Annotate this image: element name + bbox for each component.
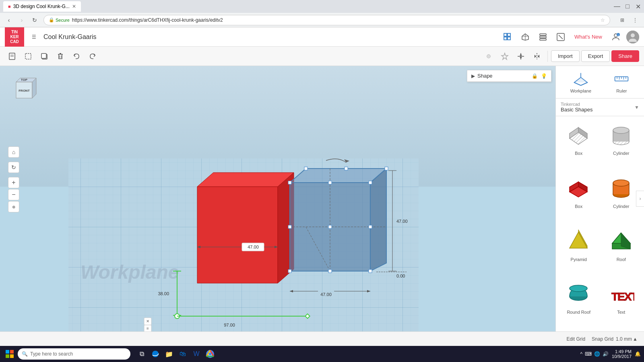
file-explorer-btn[interactable]: 📁 [163, 348, 175, 360]
workplane-btn[interactable]: Workplane [570, 71, 591, 93]
copy-btn[interactable] [37, 49, 52, 64]
delete-btn[interactable] [53, 49, 68, 64]
bookmark-icon[interactable]: ☆ [601, 17, 605, 23]
roof-green-icon [607, 227, 635, 255]
pyramid-yellow-icon [565, 227, 593, 255]
shape-box-gray[interactable]: Box [559, 119, 599, 169]
store-btn[interactable]: 🛍 [176, 348, 189, 360]
url-text: https://www.tinkercad.com/things/arC6dTH… [72, 17, 598, 23]
shape-roof-label: Roof [617, 257, 626, 262]
export-btn[interactable]: Export [581, 50, 610, 62]
shape-roof-green[interactable]: Roof [602, 226, 641, 276]
cut-btn[interactable] [21, 49, 35, 64]
word-btn[interactable]: W [190, 348, 203, 360]
redo-icon [89, 52, 97, 60]
back-btn[interactable]: ‹ [3, 14, 14, 26]
redo-btn[interactable] [85, 49, 100, 64]
refresh-btn[interactable]: ↻ [29, 14, 40, 26]
separator [547, 51, 548, 62]
mirror-btn[interactable] [530, 49, 544, 64]
forward-btn[interactable]: › [16, 14, 27, 26]
extensions-btn[interactable]: ⊞ [617, 14, 628, 26]
user-icon-btn[interactable]: + [609, 30, 623, 44]
snap-btn[interactable] [497, 49, 512, 64]
undo-btn[interactable] [69, 49, 84, 64]
secondary-toolbar: Import Export Share [0, 47, 644, 66]
tab-close-icon[interactable]: ✕ [72, 4, 76, 9]
main-content: Workplane TOP FRONT [0, 66, 644, 331]
svg-marker-33 [520, 57, 522, 59]
view-cube[interactable]: TOP FRONT [8, 74, 40, 110]
shape-box-red[interactable]: Box [559, 173, 599, 222]
edit-grid-btn[interactable]: Edit Grid [566, 336, 585, 342]
taskbar: 🔍 Type here to search ⧉ 📁 🛍 W [0, 346, 644, 362]
wp-ruler-section: Workplane [556, 66, 644, 99]
layers-icon [539, 33, 547, 41]
snap-grid: Snap Grid 1.0 mm ▲ [592, 336, 638, 342]
home-btn[interactable]: ⌂ [8, 146, 19, 158]
svg-rect-1 [508, 33, 510, 36]
svg-marker-127 [570, 232, 587, 248]
layers-btn[interactable] [536, 30, 550, 44]
new-btn[interactable] [5, 49, 19, 64]
url-bar[interactable]: 🔒 Secure https://www.tinkercad.com/thing… [43, 15, 610, 25]
network-icon: 🌐 [594, 351, 600, 357]
align-btn[interactable] [514, 49, 528, 64]
expand-shapes-btn[interactable]: › [636, 191, 644, 207]
svg-text:FRONT: FRONT [19, 89, 30, 93]
settings-icon [557, 33, 565, 41]
user-avatar[interactable] [626, 31, 639, 43]
mirror-icon [533, 52, 541, 60]
zoom-in-btn[interactable]: + [8, 177, 19, 188]
close-btn[interactable]: ✕ [635, 4, 641, 9]
fit-btn[interactable]: ⊕ [8, 201, 19, 212]
taskbar-right: ^ ⌨ 🌐 🔊 1:49 PM 10/9/2017 🔔 [580, 349, 641, 359]
start-btn[interactable] [3, 348, 16, 360]
app: TIN KER CAD ☰ Cool Krunk-Gaaris [0, 27, 644, 346]
light-btn[interactable] [481, 49, 496, 64]
whats-new-link[interactable]: What's New [571, 34, 605, 40]
toolbar-right: What's New + [500, 30, 639, 44]
minimize-btn[interactable]: — [614, 4, 620, 9]
taskbar-search[interactable]: 🔍 Type here to search [18, 348, 130, 360]
bottom-bar: Edit Grid Snap Grid 1.0 mm ▲ [0, 331, 644, 346]
chrome-btn[interactable] [204, 348, 217, 360]
lock-panel-icon[interactable]: 🔒 [532, 73, 538, 79]
snap-grid-value[interactable]: 1.0 mm ▲ [616, 336, 638, 342]
svg-point-142 [209, 353, 212, 356]
shape-text[interactable]: TEXT Text [602, 278, 641, 328]
chevron-up-icon[interactable]: ^ [580, 351, 582, 357]
task-view-btn[interactable]: ⧉ [135, 348, 148, 360]
settings-btn[interactable] [553, 30, 568, 44]
browser-tab[interactable]: ■ 3D design Cool Krunk-G... ✕ [3, 1, 81, 12]
share-btn[interactable]: Share [611, 50, 639, 62]
notification-icon[interactable]: 🔔 [635, 351, 641, 357]
user-icon: + [611, 32, 621, 42]
maximize-btn[interactable]: □ [625, 4, 630, 9]
info-panel-icon[interactable]: 💡 [541, 73, 547, 79]
shape-pyramid-yellow[interactable]: Pyramid [559, 226, 599, 276]
3d-view-btn[interactable] [518, 30, 533, 44]
keyboard-icon: ⌨ [585, 351, 592, 357]
shape-cylinder-orange[interactable]: Cylinder [602, 173, 641, 222]
menu-icon[interactable]: ☰ [27, 31, 40, 43]
date-display: 10/9/2017 [612, 354, 632, 359]
ruler-btn[interactable]: Ruler [613, 71, 630, 93]
cut-icon [24, 52, 32, 60]
menu-btn[interactable]: ⋮ [630, 14, 641, 26]
search-taskbar-placeholder: Type here to search [30, 351, 73, 357]
svg-text:+: + [617, 34, 619, 36]
edge-btn[interactable] [149, 348, 162, 360]
orbit-btn[interactable]: ↻ [8, 162, 19, 173]
import-btn[interactable]: Import [551, 50, 580, 62]
zoom-out-btn[interactable]: − [8, 189, 19, 200]
grid-view-btn[interactable] [500, 30, 515, 44]
taskbar-sys-icons: ^ ⌨ 🌐 🔊 [580, 351, 609, 357]
shape-cylinder-gray[interactable]: Cylinder [602, 119, 641, 169]
box-red-icon [565, 174, 593, 202]
shape-round-roof[interactable]: Round Roof [559, 278, 599, 328]
svg-rect-138 [10, 354, 14, 358]
trash-icon [56, 52, 64, 60]
tinkercad-dropdown[interactable]: Tinkercad Basic Shapes ▼ [556, 99, 644, 116]
viewport[interactable]: Workplane TOP FRONT [0, 66, 555, 331]
